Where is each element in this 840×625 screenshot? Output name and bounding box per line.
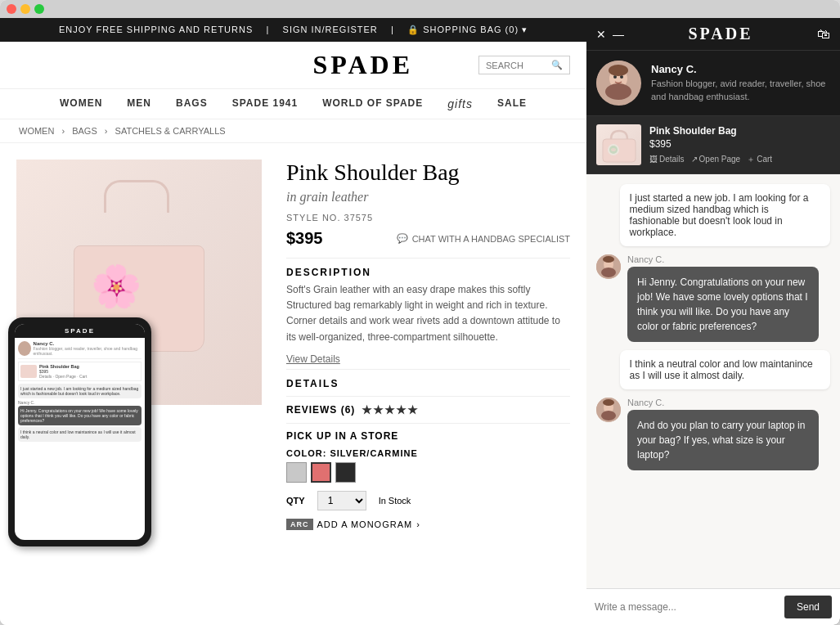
agent-message-content-1: Nancy C. Hi Jenny. Congratulations on yo… [627, 254, 819, 342]
agent-name: Nancy C. [651, 63, 830, 75]
nav-worldofspade[interactable]: WORLD OF SPADE [322, 97, 423, 110]
chat-message-user-1: I just started a new job. I am looking f… [620, 184, 830, 246]
chat-message-agent-1: Nancy C. Hi Jenny. Congratulations on yo… [596, 254, 819, 342]
product-card-actions: 🖼 Details ↗ Open Page ＋ Cart [649, 154, 830, 165]
main-nav: WOMEN MEN BAGS SPADE 1941 WORLD OF SPADE… [0, 89, 586, 119]
nav-gifts[interactable]: gifts [447, 97, 473, 110]
site-header: SPADE 🔍 [0, 42, 586, 89]
chat-specialist-label[interactable]: CHAT WITH A HANDBAG SPECIALIST [412, 234, 570, 244]
product-details-btn[interactable]: 🖼 Details [649, 154, 685, 165]
product-open-page-btn[interactable]: ↗ Open Page [691, 154, 741, 165]
minimize-dot[interactable] [20, 4, 30, 14]
bag-flower-icon: 🌸 [91, 263, 141, 310]
expand-dot[interactable] [34, 4, 44, 14]
breadcrumb-women[interactable]: WOMEN [19, 126, 54, 136]
chat-messages: I just started a new job. I am looking f… [586, 174, 840, 588]
agent-message-content-2: Nancy C. And do you plan to carry your l… [627, 398, 819, 470]
breadcrumb-sep2: › [105, 126, 110, 136]
chat-header-controls: ✕ — [596, 28, 624, 41]
product-image-area: 🌸 SPADE Nancy C. [16, 160, 270, 530]
svg-rect-6 [603, 139, 636, 162]
product-card-info: Pink Shoulder Bag $395 🖼 Details ↗ Open … [649, 125, 830, 165]
product-area: 🌸 SPADE Nancy C. [0, 143, 586, 546]
agent-message-bubble-2: And do you plan to carry your laptop in … [627, 410, 819, 470]
qty-label: QTY [286, 496, 305, 506]
swatch-carmine[interactable] [311, 462, 331, 483]
chat-cart-icon[interactable]: 🛍 [817, 27, 830, 42]
nav-men[interactable]: MEN [127, 97, 151, 110]
breadcrumb-bags[interactable]: BAGS [72, 126, 97, 136]
breadcrumb: WOMEN › BAGS › SATCHELS & CARRYALLS [0, 119, 586, 143]
agent-avatar-small-1 [596, 254, 621, 279]
plus-icon: ＋ [747, 154, 755, 165]
svg-point-2 [605, 83, 631, 100]
nav-sale[interactable]: SALE [497, 97, 527, 110]
send-button[interactable]: Send [784, 596, 832, 618]
svg-point-17 [603, 399, 614, 406]
swatch-silver[interactable] [286, 462, 307, 483]
qty-row: QTY 1 2 3 In Stock [286, 491, 570, 510]
chat-message-agent-2: Nancy C. And do you plan to carry your l… [596, 398, 819, 470]
monogram-row[interactable]: ARC ADD A MONOGRAM › [286, 519, 570, 530]
search-icon[interactable]: 🔍 [551, 60, 563, 70]
signin-link[interactable]: SIGN IN/REGISTER [283, 25, 378, 34]
phone-agent-info: Nancy C. Fashion blogger, avid reader, t… [18, 341, 141, 359]
chat-header-bar: ✕ — SPADE 🛍 [586, 18, 840, 51]
chat-specialist-link[interactable]: 💬 CHAT WITH A HANDBAG SPECIALIST [397, 233, 570, 244]
chat-minimize-button[interactable]: — [613, 28, 624, 41]
product-cart-btn[interactable]: ＋ Cart [747, 154, 772, 165]
chat-bubble-icon: 💬 [397, 233, 408, 244]
agent-info-text: Nancy C. Fashion blogger, avid reader, t… [651, 63, 830, 103]
reviews-label[interactable]: REVIEWS (6) [286, 404, 355, 416]
title-bar [0, 0, 840, 18]
breadcrumb-satchels[interactable]: SATCHELS & CARRYALLS [115, 126, 226, 136]
shopping-bag-text[interactable]: SHOPPING BAG (0) [423, 25, 519, 34]
chat-logo: SPADE [688, 25, 752, 43]
agent-bio: Fashion blogger, avid reader, traveller,… [651, 78, 830, 103]
phone-avatar [18, 341, 31, 356]
open-page-icon: ↗ [691, 155, 698, 164]
nav-bags[interactable]: BAGS [176, 97, 208, 110]
monogram-arrow-icon: › [416, 519, 420, 529]
phone-chat-body: Nancy C. Fashion blogger, avid reader, t… [15, 338, 145, 447]
close-dot[interactable] [7, 4, 16, 14]
phone-user-msg2: I think a neutral color and low maintani… [18, 427, 141, 442]
view-details-link[interactable]: View Details [286, 353, 570, 365]
search-box: 🔍 [478, 56, 570, 74]
svg-point-12 [601, 268, 616, 277]
phone-chat-header: SPADE [15, 324, 145, 338]
svg-point-5 [609, 65, 628, 76]
details-label: DETAILS [286, 369, 570, 389]
agent-message-name-1: Nancy C. [627, 254, 819, 264]
chat-input-area: Send [586, 588, 840, 625]
swatch-black[interactable] [335, 462, 356, 483]
phone-user-msg1: I just started a new job. I am looking f… [18, 384, 141, 398]
agent-message-name-2: Nancy C. [627, 398, 819, 407]
chat-agent-info: Nancy C. Fashion blogger, avid reader, t… [586, 51, 840, 116]
website-panel: ENJOY FREE SHIPPING AND RETURNS | SIGN I… [0, 18, 586, 625]
arc-badge: ARC [286, 519, 313, 530]
qty-select[interactable]: 1 2 3 [317, 491, 366, 510]
free-shipping-text: ENJOY FREE SHIPPING AND RETURNS [59, 25, 253, 34]
phone-bag-mini [20, 365, 37, 378]
monogram-label[interactable]: ADD A MONOGRAM [317, 519, 413, 529]
color-label: COLOR: SILVER/CARMINE [286, 448, 570, 458]
product-subtitle: in grain leather [286, 190, 570, 205]
nav-women[interactable]: WOMEN [60, 97, 102, 110]
shopping-bag-icon: 🔒 [407, 25, 420, 34]
product-card-name: Pink Shoulder Bag [649, 125, 830, 137]
chat-message-user-2: I think a neutral color and low maintani… [620, 350, 830, 389]
chat-close-button[interactable]: ✕ [596, 28, 606, 41]
bag-chevron-icon: ▾ [522, 25, 528, 34]
chat-message-input[interactable] [595, 601, 778, 613]
site-logo[interactable]: SPADE [248, 50, 479, 80]
reviews-row: REVIEWS (6) ★★★★★ [286, 396, 570, 416]
phone-screen: SPADE Nancy C. Fashion blogger, avid rea… [15, 324, 145, 540]
price-row: $395 💬 CHAT WITH A HANDBAG SPECIALIST [286, 229, 570, 248]
nav-spade1941[interactable]: SPADE 1941 [232, 97, 298, 110]
product-info: Pink Shoulder Bag in grain leather STYLE… [286, 160, 570, 530]
phone-agent-bio: Fashion blogger, avid reader, traveller,… [34, 346, 141, 356]
stars-icon[interactable]: ★★★★★ [362, 403, 419, 416]
search-input[interactable] [486, 61, 551, 70]
phone-product-mini: Pink Shoulder Bag $395 Details · Open Pa… [18, 362, 141, 381]
